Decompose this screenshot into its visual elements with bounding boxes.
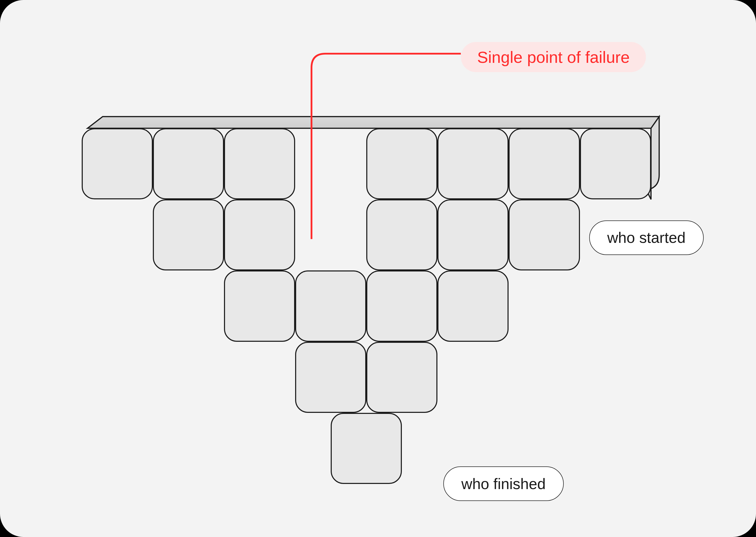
funnel-block (153, 199, 224, 270)
label-who-started: who started (589, 221, 704, 255)
callout-spof: Single point of failure (461, 42, 646, 72)
funnel-block (580, 128, 651, 199)
funnel-block (224, 128, 295, 199)
funnel-block (295, 342, 366, 413)
funnel-block (224, 199, 295, 270)
funnel-block (153, 128, 224, 199)
funnel-block (224, 270, 295, 342)
label-who-finished: who finished (443, 467, 564, 501)
funnel-block (366, 342, 437, 413)
diagram-stage: Single point of failure who started who … (0, 0, 756, 537)
funnel-block (437, 128, 509, 199)
funnel-block (509, 199, 580, 270)
funnel-block (295, 270, 366, 342)
funnel-block (509, 128, 580, 199)
funnel-block (437, 270, 509, 342)
funnel-block (366, 270, 437, 342)
diagram-canvas: Single point of failure who started who … (0, 0, 756, 537)
funnel-block (437, 199, 509, 270)
funnel-block (366, 128, 437, 199)
funnel-block (331, 413, 402, 484)
funnel-block (82, 128, 153, 199)
funnel-block (366, 199, 437, 270)
